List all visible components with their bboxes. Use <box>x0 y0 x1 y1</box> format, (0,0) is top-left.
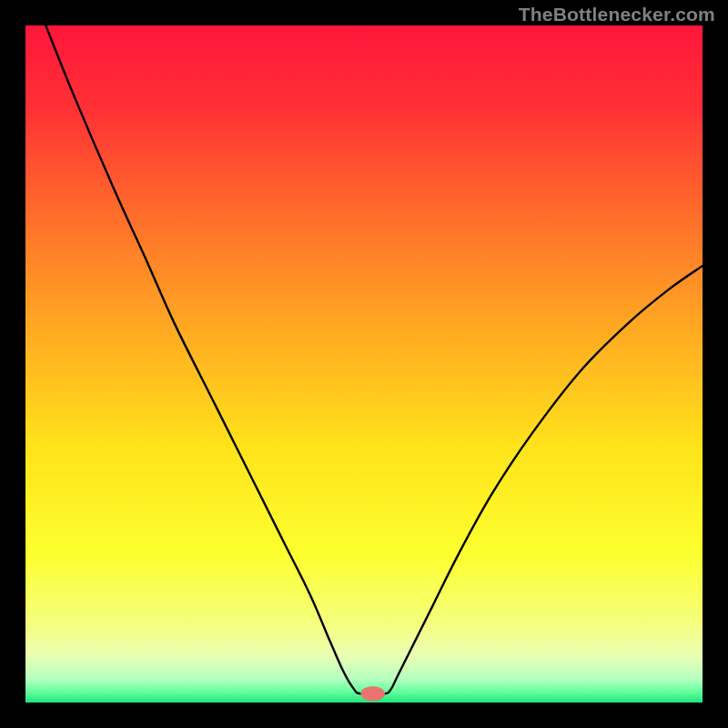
bottleneck-chart <box>25 25 703 703</box>
plot-area <box>25 25 703 703</box>
minimum-marker <box>360 686 385 701</box>
gradient-background <box>25 25 703 703</box>
watermark-text: TheBottlenecker.com <box>519 4 715 25</box>
chart-page: TheBottlenecker.com <box>0 0 728 728</box>
